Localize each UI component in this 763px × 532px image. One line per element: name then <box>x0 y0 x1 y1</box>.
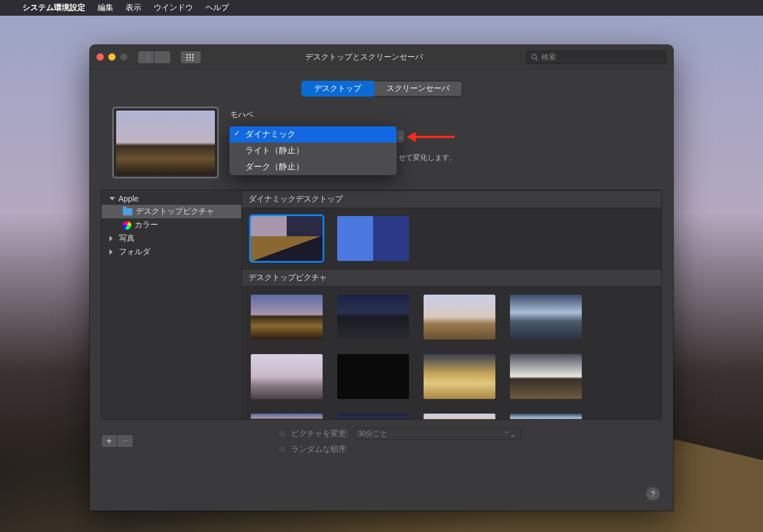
annotation-arrow <box>410 136 454 138</box>
thumb-dunes-light[interactable] <box>424 354 495 399</box>
mojave-preview-image <box>116 111 215 175</box>
zoom-button[interactable] <box>120 53 127 61</box>
sidebar-item-apple[interactable]: Apple <box>102 192 241 205</box>
svg-rect-1 <box>189 54 191 56</box>
wallpaper-grid: ダイナミックデスクトップ デスクトップピクチャ <box>242 190 661 419</box>
svg-rect-5 <box>192 57 194 58</box>
thumb-extra-2[interactable] <box>337 414 409 419</box>
change-picture-label: ピクチャを変更: <box>291 429 348 439</box>
wallpaper-description: せて変化します。 <box>398 153 457 163</box>
forward-button[interactable]: 〉 <box>154 51 171 64</box>
disclosure-triangle-icon <box>109 236 116 241</box>
menu-edit[interactable]: 編集 <box>98 3 113 13</box>
window-titlebar: 〈 〉 デスクトップとスクリーンセーバ 検索 <box>90 45 673 70</box>
menu-window[interactable]: ウインドウ <box>154 3 193 13</box>
traffic-lights <box>96 53 127 61</box>
random-order-checkbox[interactable] <box>278 446 287 454</box>
window-title: デスクトップとスクリーンセーバ <box>207 52 521 62</box>
disclosure-triangle-icon <box>109 249 116 255</box>
svg-rect-8 <box>192 59 194 61</box>
thumb-lake[interactable] <box>510 295 582 340</box>
tab-desktop[interactable]: デスクトップ <box>301 81 374 97</box>
disclosure-triangle-icon <box>109 197 115 203</box>
grid-icon <box>186 54 195 61</box>
search-icon <box>531 54 538 61</box>
help-button[interactable]: ? <box>646 487 660 501</box>
search-placeholder: 検索 <box>541 52 556 62</box>
remove-folder-button[interactable]: − <box>117 434 134 448</box>
change-picture-checkbox[interactable] <box>278 430 287 438</box>
svg-rect-0 <box>186 54 188 56</box>
menu-view[interactable]: 表示 <box>126 3 141 13</box>
thumb-extra-3[interactable] <box>424 414 495 419</box>
thumb-spires[interactable] <box>337 354 409 399</box>
appearance-dropdown: ダイナミック ライト（静止） ダーク（静止） <box>229 126 397 176</box>
add-folder-button[interactable]: + <box>101 434 117 448</box>
sidebar-label: フォルダ <box>119 247 150 257</box>
sidebar-label: Apple <box>118 194 139 203</box>
search-field[interactable]: 検索 <box>526 51 667 64</box>
thumb-rock[interactable] <box>251 354 323 399</box>
svg-rect-4 <box>189 57 191 58</box>
thumb-dunes-dark[interactable] <box>510 354 582 399</box>
section-header-dynamic: ダイナミックデスクトップ <box>242 190 661 208</box>
thumb-mojave-night[interactable] <box>337 295 409 340</box>
sidebar-item-folders[interactable]: フォルダ <box>102 245 241 259</box>
color-wheel-icon <box>123 221 131 230</box>
svg-rect-2 <box>192 54 194 56</box>
svg-rect-6 <box>186 59 188 61</box>
folder-icon <box>123 208 132 215</box>
dropdown-item-light[interactable]: ライト（静止） <box>229 143 397 159</box>
menubar-app-name[interactable]: システム環境設定 <box>22 3 85 13</box>
section-header-pictures: デスクトップピクチャ <box>242 269 661 287</box>
back-button[interactable]: 〈 <box>137 51 154 64</box>
thumb-mojave-dynamic[interactable] <box>251 216 323 261</box>
source-sidebar: Apple デスクトップピクチャ カラー 写真 フォルダ <box>102 190 242 419</box>
minimize-button[interactable] <box>108 53 116 61</box>
thumb-extra-1[interactable] <box>251 414 323 419</box>
sidebar-label: 写真 <box>119 233 135 244</box>
show-all-button[interactable] <box>180 51 201 64</box>
dropdown-item-dark[interactable]: ダーク（静止） <box>229 159 397 175</box>
svg-line-10 <box>536 58 537 60</box>
tab-screensaver[interactable]: スクリーンセーバ <box>374 81 462 97</box>
tab-bar: デスクトップ スクリーンセーバ <box>90 70 673 104</box>
chevron-updown-icon: ⌃⌄ <box>504 430 516 438</box>
menubar: システム環境設定 編集 表示 ウインドウ ヘルプ <box>0 0 763 16</box>
svg-rect-3 <box>186 57 188 58</box>
sidebar-item-photos[interactable]: 写真 <box>102 232 241 245</box>
svg-rect-7 <box>189 59 191 61</box>
thumb-extra-4[interactable] <box>510 414 582 419</box>
change-interval-select[interactable]: 30分ごと⌃⌄ <box>353 428 521 440</box>
thumb-mojave-day[interactable] <box>251 295 323 340</box>
thumb-desert[interactable] <box>424 295 495 340</box>
close-button[interactable] <box>96 53 104 61</box>
interval-value: 30分ごと <box>358 429 388 439</box>
thumb-solar-gradients[interactable] <box>337 216 409 261</box>
menu-help[interactable]: ヘルプ <box>205 3 229 13</box>
svg-point-9 <box>532 54 536 59</box>
dropdown-item-dynamic[interactable]: ダイナミック <box>229 126 397 143</box>
wallpaper-name: モハベ <box>230 110 651 120</box>
sidebar-label: カラー <box>135 220 158 230</box>
random-order-label: ランダムな順序 <box>291 444 346 455</box>
current-wallpaper-preview <box>112 107 219 178</box>
sidebar-label: デスクトップピクチャ <box>136 207 214 217</box>
preferences-window: 〈 〉 デスクトップとスクリーンセーバ 検索 デスクトップ スクリーンセーバ モ… <box>90 45 673 511</box>
sidebar-item-colors[interactable]: カラー <box>102 218 241 232</box>
sidebar-item-desktop-pictures[interactable]: デスクトップピクチャ <box>102 205 241 218</box>
